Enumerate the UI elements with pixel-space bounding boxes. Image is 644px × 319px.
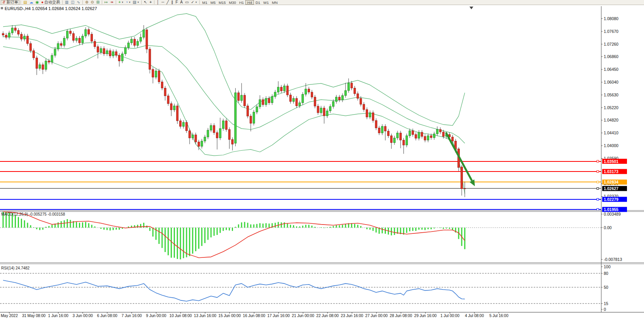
candle [8, 33, 10, 37]
auto-scroll-icon: ↦ [104, 0, 108, 4]
label-icon: ▭ [185, 0, 188, 4]
templates-button[interactable]: ▨▾ [132, 0, 140, 5]
horizontal-line-button[interactable]: ─ [160, 0, 165, 5]
macd-tick-label: 0.003489 [604, 212, 621, 216]
cloud-icon: ☁ [29, 0, 33, 4]
trendline-button[interactable]: ╱ [165, 0, 170, 5]
timeframe-m5[interactable]: M5 [209, 0, 217, 5]
vertical-line-button[interactable]: │ [156, 0, 160, 5]
rsi-tick-label: 80 [604, 271, 608, 276]
candle [244, 95, 246, 106]
candle-chart-button[interactable]: ◫ [70, 0, 75, 5]
candle [341, 96, 343, 100]
candle [366, 110, 368, 117]
candle [180, 121, 182, 127]
line-chart-button[interactable]: ∿ [76, 0, 81, 5]
candle [213, 125, 215, 133]
time-tick-label: 1 Jun 16:00 [48, 314, 69, 318]
price-line-badge-label: 1.02627 [604, 186, 618, 191]
new-order-button[interactable]: ⇵新订单 [1, 0, 19, 5]
fibonacci-button[interactable]: F [174, 0, 179, 5]
candle [280, 87, 282, 91]
candle [51, 55, 53, 62]
price-line-handle[interactable] [597, 170, 599, 172]
price-tick-label: 1.05220 [604, 105, 618, 110]
candle [118, 55, 120, 61]
candle [30, 43, 32, 50]
chart-title: EURUSD-,H4 1.02654 1.02684 1.02624 1.026… [5, 6, 97, 11]
candle [311, 92, 313, 97]
time-tick-label: 3 Jun 00:00 [73, 314, 93, 318]
arrows-icon: ✓ [191, 0, 194, 4]
price-line-handle[interactable] [597, 198, 599, 200]
rsi-indicator-label: RSI(14) 24.7482 [1, 266, 30, 270]
time-tick-label: 15 Jun 00:00 [218, 314, 241, 318]
price-line-handle[interactable] [597, 160, 599, 162]
fibonacci-icon: F [175, 0, 178, 4]
timeframe-d1[interactable]: D1 [254, 0, 262, 5]
candle [14, 28, 16, 30]
candle [24, 36, 26, 39]
candle [33, 51, 35, 58]
candle [308, 89, 310, 92]
toolbar-separator [102, 0, 102, 4]
candle [430, 136, 432, 138]
candle [11, 28, 13, 33]
crosshair-icon: + [149, 0, 152, 4]
candle [57, 43, 59, 49]
tile-windows-button[interactable]: ⊞ [95, 0, 101, 5]
candle [286, 86, 288, 95]
equidistant-channel-button[interactable]: ∥ [170, 0, 174, 5]
periods-button[interactable]: ◔▾ [124, 0, 132, 5]
cursor-icon: ↖ [144, 0, 147, 4]
text-icon: A [180, 0, 183, 4]
candle [21, 34, 22, 39]
timeframe-h1[interactable]: H1 [238, 0, 245, 5]
candle [375, 120, 377, 128]
candle [274, 92, 276, 96]
candle [241, 95, 243, 101]
timeframe-mn[interactable]: MN [271, 0, 279, 5]
candle [323, 108, 325, 116]
time-tick-label: 13 Jun 16:00 [194, 314, 216, 318]
candle [329, 106, 331, 111]
cloud-button[interactable]: ☁ [28, 0, 34, 5]
auto-scroll-button[interactable]: ↦ [103, 0, 109, 5]
timeframe-h4[interactable]: H4 [245, 0, 254, 5]
candle [289, 95, 291, 101]
candle [326, 111, 328, 116]
signals-button[interactable]: ◉ [34, 0, 40, 5]
price-line-handle[interactable] [597, 187, 599, 189]
indicators-button[interactable]: +▾ [117, 0, 124, 5]
cursor-button[interactable]: ↖ [143, 0, 148, 5]
label-button[interactable]: ▭ [184, 0, 190, 5]
timeframe-m1[interactable]: M1 [201, 0, 209, 5]
time-tick-label: May 2022 [1, 314, 18, 318]
price-line-handle[interactable] [597, 209, 599, 211]
timeframe-m15[interactable]: M15 [217, 0, 227, 5]
bar-chart-button[interactable]: ▥ [64, 0, 70, 5]
auto-trading-button[interactable]: ●自动交易 [40, 0, 61, 5]
candle [277, 87, 279, 92]
candle [409, 131, 411, 136]
chart-shift-button[interactable]: ↠ [109, 0, 114, 5]
candle [299, 103, 301, 106]
mt4-app: ⇵新订单▤☁◉●自动交易▥◫∿⊕⊖⊞↦↠+▾◔▾▨▾↖+│─╱∥FA▭✓▾M1M… [0, 0, 644, 319]
candle [134, 39, 135, 45]
candle [17, 31, 19, 34]
crosshair-button[interactable]: + [148, 0, 153, 5]
timeframe-w1[interactable]: W1 [262, 0, 270, 5]
arrows-button[interactable]: ✓▾ [190, 0, 198, 5]
candle [85, 29, 87, 36]
chart-background [0, 5, 644, 319]
text-button[interactable]: A [179, 0, 184, 5]
zoom-in-button[interactable]: ⊕ [84, 0, 89, 5]
timeframe-m30[interactable]: M30 [227, 0, 237, 5]
zoom-out-icon: ⊖ [91, 0, 94, 4]
market-watch-button[interactable]: ▤ [22, 0, 28, 5]
market-watch-icon: ▤ [23, 0, 27, 4]
time-tick-label: 7 Jun 16:00 [122, 314, 142, 318]
price-line-handle[interactable] [597, 181, 599, 183]
candle-chart-icon: ◫ [71, 0, 74, 4]
zoom-out-button[interactable]: ⊖ [89, 0, 95, 5]
